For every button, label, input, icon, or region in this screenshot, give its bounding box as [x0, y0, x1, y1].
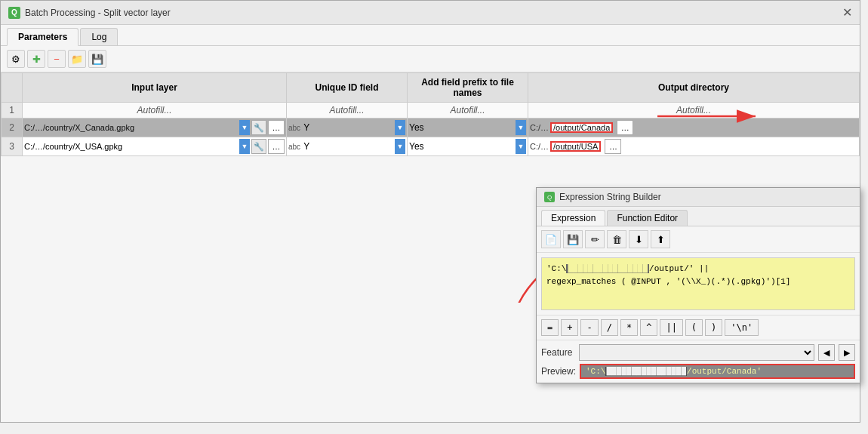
op-eq[interactable]: = [541, 319, 559, 336]
output-cell: C:/… /output/USA … [528, 137, 860, 156]
expression-string-builder: Q Expression String Builder Expression F… [536, 187, 860, 383]
preview-text-end: /output/Canada' [687, 367, 762, 376]
esb-toolbar: 📄 💾 ✏ 🗑 ⬇ ⬆ [537, 226, 860, 253]
autofill-input[interactable]: Autofill... [23, 103, 287, 119]
op-plus[interactable]: + [561, 319, 578, 336]
browse-button[interactable]: … [268, 120, 285, 135]
input-layer-value: C:/…/country/X_USA.gpkg [24, 142, 238, 151]
output-browse-button[interactable]: … [605, 139, 621, 154]
uid-dropdown[interactable]: ▼ [395, 139, 405, 154]
app-icon: Q [8, 7, 20, 19]
esb-bottom: Feature ◀ ▶ Preview: 'C:\███████████████… [537, 340, 860, 383]
title-bar: Q Batch Processing - Split vector layer … [1, 1, 860, 25]
table-row: 1 Autofill... Autofill... Autofill... Au… [2, 103, 860, 119]
feature-row: Feature ◀ ▶ [541, 344, 855, 361]
autofill-uid[interactable]: Autofill... [287, 103, 408, 119]
uid-cell: abc Y ▼ [287, 119, 408, 137]
preview-redacted: ████████████████ [605, 367, 687, 376]
nav-prev-button[interactable]: ◀ [818, 344, 835, 361]
expression-area[interactable]: 'C:\████████████████/output/' || regexp_… [541, 257, 855, 310]
esb-title-bar: Q Expression String Builder [537, 188, 860, 207]
col-num [2, 73, 23, 103]
output-prefix: C:/… [530, 142, 549, 151]
uid-cell: abc Y ▼ [287, 137, 408, 156]
col-prefix: Add field prefix to file names [408, 73, 528, 103]
input-layer-cell: C:/…/country/X_Canada.gpkg ▼ 🔧 … [23, 119, 287, 137]
tabs-bar: Parameters Log [1, 25, 860, 46]
main-toolbar: ⚙ ✚ − 📁 💾 [1, 46, 860, 72]
col-uid: Unique ID field [287, 73, 408, 103]
expr-line2: regexp_matches ( @INPUT , '(\\X_)(.*)(.g… [546, 277, 790, 286]
output-browse-button[interactable]: … [617, 120, 633, 135]
expr-text: 'C:\ [546, 264, 566, 273]
output-value: /output/Canada [550, 122, 613, 133]
op-caret[interactable]: ^ [640, 319, 657, 336]
autofill-prefix[interactable]: Autofill... [408, 103, 528, 119]
prefix-dropdown[interactable]: ▼ [516, 139, 526, 154]
nav-next-button[interactable]: ▶ [839, 344, 855, 361]
op-div[interactable]: / [601, 319, 618, 336]
tab-expression[interactable]: Expression [541, 210, 605, 226]
esb-icon: Q [544, 192, 555, 202]
row-number: 3 [2, 137, 23, 156]
data-table: Input layer Unique ID field Add field pr… [1, 72, 860, 156]
new-button[interactable]: 📄 [541, 230, 561, 248]
browse-button[interactable]: … [268, 139, 285, 154]
prefix-cell: Yes ▼ [408, 137, 528, 156]
output-value: /output/USA [550, 141, 601, 152]
esb-tabs: Expression Function Editor [537, 207, 860, 226]
settings-button[interactable]: ⚙ [7, 50, 25, 68]
col-output: Output directory [528, 73, 860, 103]
uid-value: Y [303, 141, 309, 152]
expr-redacted: ████████████████ [566, 264, 649, 273]
preview-label: Preview: [541, 366, 576, 377]
op-minus[interactable]: - [580, 319, 598, 336]
remove-row-button[interactable]: − [48, 50, 66, 68]
table-row: 3 C:/…/country/X_USA.gpkg ▼ 🔧 … abc Y [2, 137, 860, 156]
open-folder-button[interactable]: 📁 [68, 50, 86, 68]
preview-value: 'C:\████████████████/output/Canada' [580, 364, 855, 379]
feature-select[interactable] [579, 344, 814, 361]
feature-label: Feature [541, 347, 575, 358]
prefix-value: Yes [409, 141, 424, 152]
op-newline[interactable]: '\n' [725, 319, 759, 336]
tab-function-editor[interactable]: Function Editor [607, 210, 688, 226]
operators-panel: = + - / * ^ || ( ) '\n' [537, 315, 860, 340]
tab-log[interactable]: Log [80, 28, 118, 45]
table-row: 2 C:/…/country/X_Canada.gpkg ▼ 🔧 … abc Y [2, 119, 860, 137]
edit-button[interactable]: ✏ [585, 230, 605, 248]
close-button[interactable]: ✕ [842, 5, 852, 20]
tab-parameters[interactable]: Parameters [7, 28, 78, 46]
col-input-layer: Input layer [23, 73, 287, 103]
op-lparen[interactable]: ( [685, 319, 703, 336]
input-layer-cell: C:/…/country/X_USA.gpkg ▼ 🔧 … [23, 137, 287, 156]
add-row-button[interactable]: ✚ [27, 50, 45, 68]
save-button[interactable]: 💾 [88, 50, 106, 68]
prefix-value: Yes [409, 122, 424, 133]
output-prefix: C:/… [530, 123, 549, 132]
batch-table: Input layer Unique ID field Add field pr… [1, 72, 860, 156]
preview-text-start: 'C:\ [586, 367, 605, 376]
import-button[interactable]: ⬇ [629, 230, 648, 248]
input-layer-value: C:/…/country/X_Canada.gpkg [24, 123, 238, 132]
row-number: 2 [2, 119, 23, 137]
op-rparen[interactable]: ) [705, 319, 722, 336]
op-concat[interactable]: || [660, 319, 682, 336]
export-button[interactable]: ⬆ [651, 230, 670, 248]
preview-row: Preview: 'C:\████████████████/output/Can… [541, 364, 855, 379]
expr-text2: /output/' || [649, 264, 709, 273]
delete-button[interactable]: 🗑 [607, 230, 626, 248]
tool-button[interactable]: 🔧 [251, 139, 266, 154]
save-expr-button[interactable]: 💾 [563, 230, 583, 248]
prefix-cell: Yes ▼ [408, 119, 528, 137]
autofill-output[interactable]: Autofill... [528, 103, 860, 119]
prefix-dropdown[interactable]: ▼ [516, 120, 526, 135]
esb-title: Expression String Builder [559, 192, 661, 202]
dropdown-arrow[interactable]: ▼ [239, 120, 250, 135]
row-number: 1 [2, 103, 23, 119]
op-mul[interactable]: * [620, 319, 638, 336]
dropdown-arrow[interactable]: ▼ [239, 139, 250, 154]
uid-dropdown[interactable]: ▼ [395, 120, 405, 135]
tool-button[interactable]: 🔧 [251, 120, 266, 135]
output-cell: C:/… /output/Canada … [528, 119, 860, 137]
